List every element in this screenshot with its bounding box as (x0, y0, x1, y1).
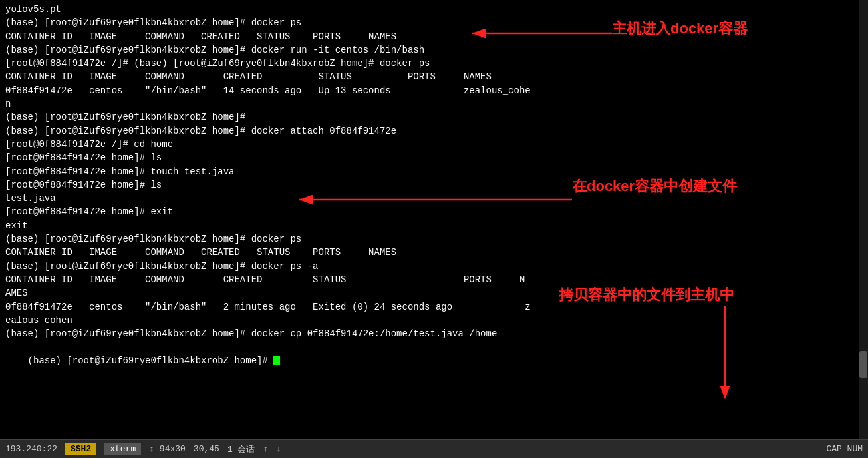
terminal-line: ealous_cohen (5, 314, 863, 327)
annotation-docker-enter: 主机进入docker容器 (612, 19, 748, 39)
status-ip: 193.240:22 (5, 444, 57, 454)
terminal-line: n (5, 97, 863, 111)
terminal-line: (base) [root@iZuf69rye0flkbn4kbxrobZ hom… (5, 340, 863, 381)
terminal: yolov5s.pt (base) [root@iZuf69rye0flkbn4… (0, 0, 868, 439)
status-size: ↕ 94x30 (149, 444, 186, 454)
terminal-line: [root@0f884f91472e /]# (base) [root@iZuf… (5, 57, 863, 70)
cursor (273, 356, 280, 365)
terminal-line: (base) [root@iZuf69rye0flkbn4kbxrobZ hom… (5, 43, 863, 57)
annotation-docker-copy: 拷贝容器中的文件到主机中 (559, 285, 734, 305)
scrollbar[interactable] (859, 0, 868, 439)
terminal-line: yolov5s.pt (5, 3, 863, 16)
annotation-docker-create: 在docker容器中创建文件 (572, 176, 737, 196)
terminal-line: [root@0f884f91472e home]# ls (5, 151, 863, 164)
status-xterm: xterm (104, 443, 141, 455)
terminal-line: (base) [root@iZuf69rye0flkbn4kbxrobZ hom… (5, 232, 863, 246)
status-up-arrow[interactable]: ↑ (263, 444, 268, 454)
terminal-line: 0f884f91472e centos "/bin/bash" 14 secon… (5, 84, 863, 97)
status-ssh: SSH2 (65, 443, 96, 455)
scrollbar-thumb[interactable] (859, 351, 867, 378)
terminal-line: (base) [root@iZuf69rye0flkbn4kbxrobZ hom… (5, 124, 863, 138)
terminal-line: [root@0f884f91472e /]# cd home (5, 138, 863, 151)
terminal-line: (base) [root@iZuf69rye0flkbn4kbxrobZ hom… (5, 111, 863, 124)
status-position: 30,45 (194, 444, 219, 454)
status-sessions: 1 会话 (227, 443, 255, 455)
terminal-line: CONTAINER ID IMAGE COMMAND CREATED STATU… (5, 70, 863, 83)
terminal-line: [root@0f884f91472e home]# exit (5, 205, 863, 218)
terminal-line: (base) [root@iZuf69rye0flkbn4kbxrobZ hom… (5, 327, 863, 340)
terminal-line: (base) [root@iZuf69rye0flkbn4kbxrobZ hom… (5, 260, 863, 273)
terminal-line: CONTAINER ID IMAGE COMMAND CREATED STATU… (5, 246, 863, 259)
statusbar: 193.240:22 SSH2 xterm ↕ 94x30 30,45 1 会话… (0, 439, 868, 458)
status-down-arrow[interactable]: ↓ (276, 444, 281, 454)
status-caps: CAP NUM (826, 444, 863, 454)
terminal-line: exit (5, 219, 863, 232)
